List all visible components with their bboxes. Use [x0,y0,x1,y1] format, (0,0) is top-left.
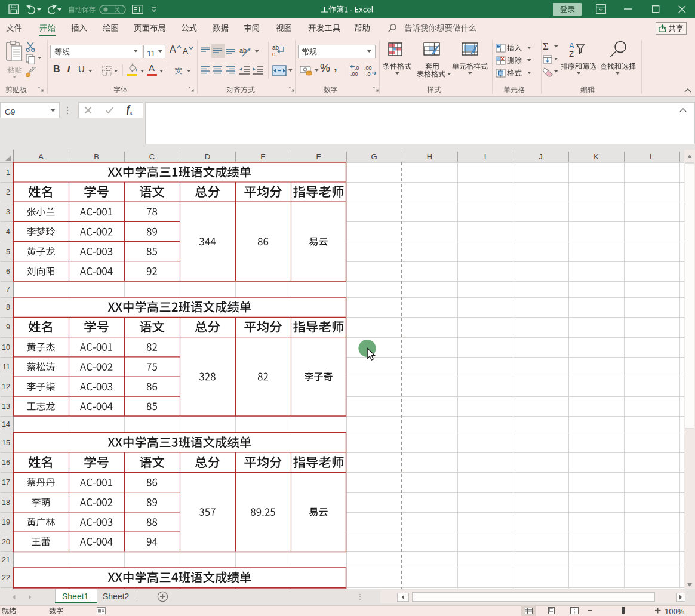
svg-text:ab: ab [272,44,279,51]
svg-text:K: K [593,152,599,161]
svg-text:17: 17 [2,478,10,486]
svg-text:I: I [484,152,487,161]
svg-text:B: B [94,152,99,161]
svg-text:G: G [371,152,377,161]
svg-text:.0: .0 [366,71,371,76]
svg-text:C: C [149,152,155,161]
svg-text:3: 3 [6,208,10,216]
svg-text:.00: .00 [364,65,372,71]
svg-text:A: A [569,41,574,50]
svg-text:13: 13 [2,402,10,411]
svg-text:Z: Z [569,50,574,58]
svg-text:.00: .00 [350,71,358,76]
svg-text:D: D [205,152,210,161]
svg-text:11: 11 [2,363,10,371]
svg-text:J: J [539,152,543,161]
svg-text:16: 16 [2,458,10,467]
svg-text:10: 10 [2,343,10,352]
svg-text:c: c [272,51,275,57]
svg-text:4: 4 [6,227,10,236]
svg-text:E: E [260,152,266,161]
svg-text:F: F [316,152,321,161]
svg-text:21: 21 [2,556,10,564]
svg-text:9: 9 [6,323,10,331]
svg-text:8: 8 [6,303,10,312]
svg-text:L: L [650,152,654,161]
svg-text:15: 15 [2,439,10,447]
svg-text:12: 12 [2,383,10,391]
svg-text:19: 19 [2,518,10,526]
svg-text:.0: .0 [355,65,359,71]
svg-text:A: A [38,152,44,161]
svg-text:7: 7 [6,285,10,294]
svg-text:H: H [427,152,432,161]
svg-text:20: 20 [2,538,10,546]
svg-text:14: 14 [2,420,10,429]
svg-text:22: 22 [2,574,10,582]
svg-text:2: 2 [6,188,10,196]
svg-text:18: 18 [2,498,10,507]
svg-text:1: 1 [6,168,10,177]
svg-text:5: 5 [6,248,10,256]
svg-text:6: 6 [6,267,10,276]
